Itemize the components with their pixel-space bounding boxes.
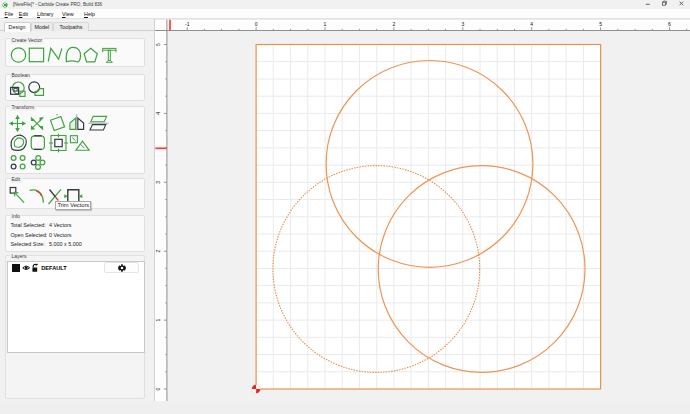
- svg-text:4: 4: [530, 21, 533, 27]
- svg-text:3: 3: [461, 21, 464, 27]
- svg-text:4: 4: [155, 112, 161, 115]
- svg-text:1: 1: [155, 318, 161, 321]
- svg-text:5: 5: [599, 21, 602, 27]
- svg-text:0: 0: [254, 21, 257, 27]
- svg-text:5: 5: [155, 43, 161, 46]
- svg-text:6: 6: [668, 21, 671, 27]
- svg-text:0: 0: [155, 387, 161, 390]
- svg-text:-1: -1: [184, 21, 189, 27]
- svg-text:2: 2: [392, 21, 395, 27]
- svg-text:3: 3: [155, 181, 161, 184]
- svg-text:2: 2: [155, 250, 161, 253]
- svg-text:1: 1: [323, 21, 326, 27]
